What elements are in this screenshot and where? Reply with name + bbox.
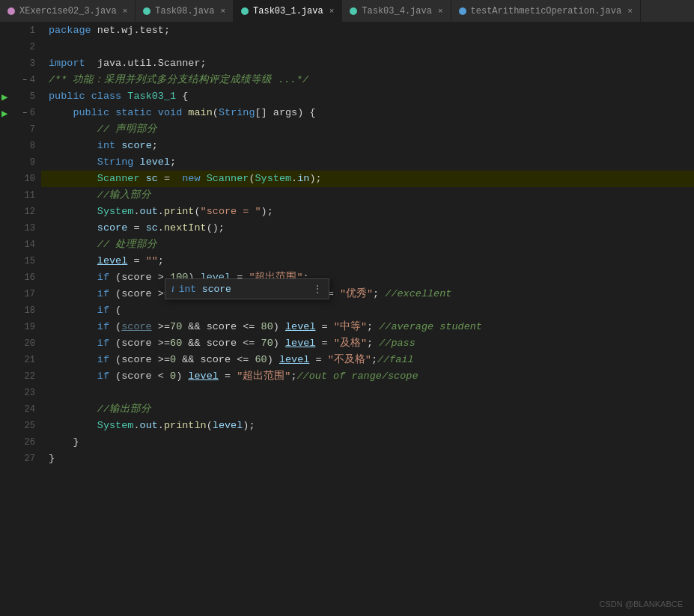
str-excellent: "优秀" bbox=[340, 286, 373, 302]
type-string-9: String bbox=[97, 154, 134, 171]
str-outofrange-22: "超出范围" bbox=[237, 368, 290, 385]
autocomplete-text: int score bbox=[179, 284, 231, 295]
code-line-13: score = sc.nextInt(); bbox=[41, 220, 694, 237]
fold-arrow-6[interactable]: − bbox=[22, 109, 27, 118]
var-level-9: level bbox=[140, 154, 171, 171]
code-line-26: } bbox=[41, 434, 694, 451]
gutter-line-16: 16 bbox=[0, 269, 41, 286]
tab-icon-task03-4 bbox=[350, 7, 357, 15]
gutter-line-19: 19 bbox=[0, 319, 41, 335]
tab-task03-1[interactable]: Task03_1.java × bbox=[234, 0, 342, 22]
code-line-20: if (score >=60 && score <= 70) level = "… bbox=[41, 335, 694, 352]
keyword-if-19: if bbox=[97, 319, 109, 335]
tab-close-task03-1[interactable]: × bbox=[329, 7, 335, 16]
var-level-22: level bbox=[188, 368, 219, 385]
gutter-line-10: 10 bbox=[0, 171, 41, 187]
tab-label-task03-4: Task03_4.java bbox=[362, 6, 432, 16]
var-out-25: out bbox=[140, 418, 158, 434]
classname-system: System bbox=[255, 171, 292, 187]
code-line-16: if (score > 100) level = "超出范围"; bbox=[41, 269, 694, 286]
tab-bar: XExercise02_3.java × Task08.java × Task0… bbox=[0, 0, 694, 22]
autocomplete-menu-button[interactable]: ⋮ bbox=[312, 283, 323, 296]
gutter-line-14: 14 bbox=[0, 237, 41, 253]
tab-testarithmetic[interactable]: testArithmeticOperation.java × bbox=[451, 0, 641, 22]
keyword-class: class bbox=[91, 88, 122, 105]
classname-system-25: System bbox=[97, 418, 134, 434]
fn-println: println bbox=[164, 418, 207, 434]
code-line-17: if (score >=90 && score <= 100) level = … bbox=[41, 286, 694, 302]
methodname-main: main bbox=[188, 105, 212, 121]
classname-scanner-new: Scanner bbox=[207, 171, 249, 187]
tab-task03-4[interactable]: Task03_4.java × bbox=[342, 0, 451, 22]
var-level-15: level bbox=[97, 253, 128, 269]
gutter-line-8: 8 bbox=[0, 138, 41, 154]
code-line-8: int score; bbox=[41, 138, 694, 154]
gutter-line-11: 11 bbox=[0, 187, 41, 204]
code-line-19: if (score >=70 && score <= 80) level = "… bbox=[41, 319, 694, 335]
code-line-4: /** 功能：采用并列式多分支结构评定成绩等级 ...*/ bbox=[41, 72, 694, 88]
gutter-line-9: 9 bbox=[0, 154, 41, 171]
tab-task08[interactable]: Task08.java × bbox=[136, 0, 234, 22]
code-line-2 bbox=[41, 39, 694, 55]
keyword-if-20: if bbox=[97, 335, 109, 352]
code-line-5: public class Task03_1 { bbox=[41, 88, 694, 105]
gutter-line-22: 22 bbox=[0, 368, 41, 385]
breakpoint-arrow-5[interactable]: ▶ bbox=[1, 91, 7, 103]
tab-label-task03-1: Task03_1.java bbox=[253, 6, 323, 16]
keyword-package: package bbox=[49, 22, 91, 39]
var-score-13: score bbox=[97, 220, 128, 237]
tab-xexercise[interactable]: XExercise02_3.java × bbox=[0, 0, 136, 22]
tab-close-task03-4[interactable]: × bbox=[438, 7, 443, 16]
fn-print-12: print bbox=[164, 204, 195, 220]
code-line-9: String level; bbox=[41, 154, 694, 171]
code-line-1: package net.wj.test; bbox=[41, 22, 694, 39]
tab-close-task08[interactable]: × bbox=[220, 7, 225, 16]
gutter-line-1: 1 bbox=[0, 22, 41, 39]
keyword-if-17: if bbox=[97, 286, 109, 302]
classname-task03-1: Task03_1 bbox=[127, 88, 176, 105]
var-level-25: level bbox=[213, 418, 243, 434]
keyword-if-16: if bbox=[97, 269, 109, 286]
comment-line4: /** 功能：采用并列式多分支结构评定成绩等级 ...*/ bbox=[49, 72, 308, 88]
str-pass: "及格" bbox=[334, 335, 367, 352]
tab-close-xexercise[interactable]: × bbox=[123, 7, 128, 16]
tab-icon-xexercise bbox=[7, 7, 15, 15]
gutter-line-4: − 4 bbox=[0, 72, 41, 88]
code-line-24: //输出部分 bbox=[41, 401, 694, 418]
comment-line7: // 声明部分 bbox=[97, 121, 157, 138]
var-in: in bbox=[297, 171, 309, 187]
fold-arrow-4[interactable]: − bbox=[22, 76, 27, 85]
str-score: "score = " bbox=[201, 204, 261, 220]
watermark: CSDN @BLANKABCE bbox=[600, 600, 683, 609]
gutter-line-26: 26 bbox=[0, 434, 41, 451]
gutter-line-15: 15 bbox=[0, 253, 41, 269]
code-line-18: if ( bbox=[41, 302, 694, 319]
breakpoint-arrow-6[interactable]: ▶ bbox=[1, 107, 7, 120]
code-content[interactable]: package net.wj.test; import java.util.Sc… bbox=[41, 22, 694, 616]
var-level-20: level bbox=[285, 335, 316, 352]
gutter-line-13: 13 bbox=[0, 220, 41, 237]
gutter-line-3: 3 bbox=[0, 55, 41, 72]
tab-label-xexercise: XExercise02_3.java bbox=[19, 6, 117, 16]
code-line-3: import java.util.Scanner; bbox=[41, 55, 694, 72]
autocomplete-type-icon: i bbox=[171, 283, 174, 295]
var-sc: sc bbox=[146, 171, 158, 187]
type-int-8: int bbox=[97, 138, 115, 154]
autocomplete-keyword: int bbox=[179, 284, 196, 295]
autocomplete-popup[interactable]: i int score ⋮ bbox=[165, 278, 329, 299]
gutter-line-27: 27 bbox=[0, 451, 41, 467]
code-line-15: level = ""; bbox=[41, 253, 694, 269]
keyword-import: import bbox=[49, 55, 85, 72]
gutter-line-2: 2 bbox=[0, 39, 41, 55]
var-out-12: out bbox=[140, 204, 158, 220]
gutter-line-23: 23 bbox=[0, 385, 41, 401]
comment-line24: //输出部分 bbox=[97, 401, 151, 418]
code-line-14: // 处理部分 bbox=[41, 237, 694, 253]
fn-nextint: nextInt bbox=[164, 220, 207, 237]
code-line-12: System.out.print("score = "); bbox=[41, 204, 694, 220]
gutter-line-7: 7 bbox=[0, 121, 41, 138]
code-line-7: // 声明部分 bbox=[41, 121, 694, 138]
keyword-if-21: if bbox=[97, 352, 109, 368]
tab-close-testarithmetic[interactable]: × bbox=[627, 7, 633, 16]
gutter-line-24: 24 bbox=[0, 401, 41, 418]
